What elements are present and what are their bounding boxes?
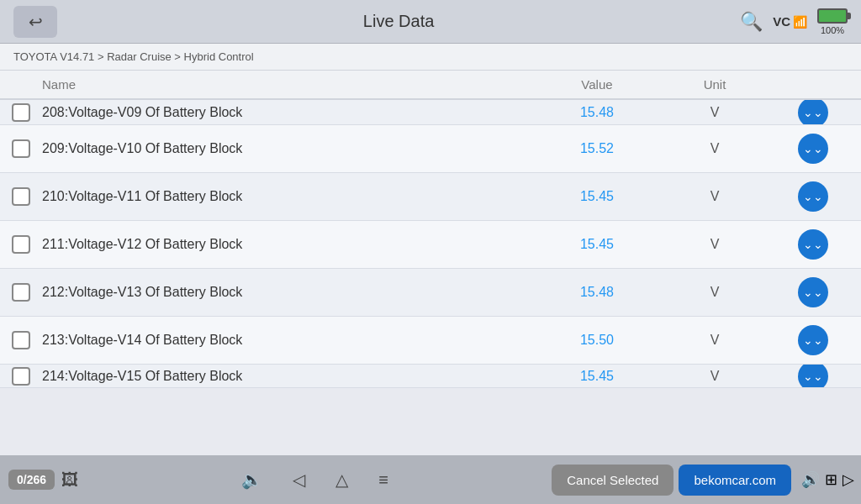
chevron-down-button[interactable]: ⌄⌄: [798, 134, 828, 164]
row-unit: V: [664, 333, 765, 348]
table-row: 211:Voltage-V12 Of Battery Block 15.45 V…: [0, 221, 861, 269]
row-value: 15.48: [530, 105, 664, 120]
table-row: 213:Voltage-V14 Of Battery Block 15.50 V…: [0, 317, 861, 365]
checkbox-area: [0, 283, 42, 302]
row-checkbox[interactable]: [12, 187, 30, 206]
data-list: 208:Voltage-V09 Of Battery Block 15.48 V…: [0, 100, 861, 441]
row-unit: V: [664, 189, 765, 204]
breadcrumb: TOYOTA V14.71 > Radar Cruise > Hybrid Co…: [0, 44, 861, 71]
row-action: ⌄⌄: [765, 229, 861, 260]
row-checkbox[interactable]: [12, 283, 30, 302]
row-action: ⌄⌄: [765, 134, 861, 164]
wifi-icon: 📶: [793, 15, 807, 29]
row-checkbox[interactable]: [12, 235, 30, 254]
row-value: 15.52: [530, 141, 664, 156]
chevron-down-button[interactable]: ⌄⌄: [798, 100, 828, 125]
row-name: 210:Voltage-V11 Of Battery Block: [42, 189, 530, 204]
table-row: 210:Voltage-V11 Of Battery Block 15.45 V…: [0, 173, 861, 221]
row-value: 15.50: [530, 333, 664, 348]
row-name: 209:Voltage-V10 Of Battery Block: [42, 141, 530, 156]
row-unit: V: [664, 141, 765, 156]
home-icon[interactable]: △: [335, 470, 348, 490]
cancel-selected-button[interactable]: Cancel Selected: [552, 465, 673, 496]
header: ↩ Live Data 🔍 VC 📶 100%: [0, 0, 861, 44]
bottom-nav-icons: 🔈 ◁ △ ≡: [78, 470, 552, 490]
vci-label: VC: [773, 14, 790, 29]
checkbox-area: [0, 139, 42, 158]
row-unit: V: [664, 105, 765, 120]
bottom-bar: 0/266 🖼 🔈 ◁ △ ≡ Cancel Selected bekomcar…: [0, 455, 861, 504]
row-checkbox[interactable]: [12, 139, 30, 158]
table-row: 209:Voltage-V10 Of Battery Block 15.52 V…: [0, 125, 861, 173]
battery-block: 100%: [817, 8, 848, 35]
chevron-down-button[interactable]: ⌄⌄: [798, 365, 828, 388]
row-unit: V: [664, 285, 765, 300]
count-badge: 0/266: [8, 470, 55, 490]
checkbox-area: [0, 187, 42, 206]
table-row: 212:Voltage-V13 Of Battery Block 15.48 V…: [0, 269, 861, 317]
back-button[interactable]: ↩: [13, 6, 57, 38]
checkbox-area: [0, 103, 42, 122]
col-unit-header: Unit: [664, 77, 765, 92]
row-value: 15.45: [530, 237, 664, 252]
cast-icon[interactable]: ▷: [843, 470, 854, 489]
bekomcar-button[interactable]: bekomcar.com: [679, 465, 791, 496]
row-name: 214:Voltage-V15 Of Battery Block: [42, 369, 530, 384]
table-row: 208:Voltage-V09 Of Battery Block 15.48 V…: [0, 100, 861, 125]
row-name: 213:Voltage-V14 Of Battery Block: [42, 333, 530, 348]
row-action: ⌄⌄: [765, 181, 861, 212]
volume-down-icon[interactable]: 🔈: [241, 470, 262, 490]
row-name: 208:Voltage-V09 Of Battery Block: [42, 105, 530, 120]
row-value: 15.48: [530, 285, 664, 300]
col-value-header: Value: [530, 77, 664, 92]
search-icon[interactable]: 🔍: [740, 11, 763, 33]
row-action: ⌄⌄: [765, 100, 861, 125]
screen-icon[interactable]: ⊞: [825, 470, 837, 489]
header-icons: 🔍 VC 📶 100%: [740, 8, 848, 35]
row-checkbox[interactable]: [12, 367, 30, 386]
battery-icon: [817, 8, 848, 24]
row-name: 211:Voltage-V12 Of Battery Block: [42, 237, 530, 252]
row-action: ⌄⌄: [765, 365, 861, 388]
row-name: 212:Voltage-V13 Of Battery Block: [42, 285, 530, 300]
menu-icon[interactable]: ≡: [378, 470, 388, 490]
chevron-down-button[interactable]: ⌄⌄: [798, 325, 828, 355]
battery-percent: 100%: [821, 25, 844, 35]
row-checkbox[interactable]: [12, 331, 30, 349]
checkbox-area: [0, 235, 42, 254]
checkbox-area: [0, 367, 42, 386]
back-icon: ↩: [29, 12, 43, 32]
chevron-down-button[interactable]: ⌄⌄: [798, 181, 828, 212]
row-action: ⌄⌄: [765, 325, 861, 355]
row-checkbox[interactable]: [12, 103, 30, 122]
gallery-icon[interactable]: 🖼: [61, 470, 78, 490]
checkbox-area: [0, 331, 42, 349]
row-unit: V: [664, 237, 765, 252]
row-action: ⌄⌄: [765, 277, 861, 307]
back-nav-icon[interactable]: ◁: [293, 470, 305, 490]
row-value: 15.45: [530, 189, 664, 204]
volume-up-icon[interactable]: 🔊: [801, 470, 820, 489]
vci-badge: VC 📶: [773, 14, 807, 29]
table-header: Name Value Unit: [0, 71, 861, 100]
row-value: 15.45: [530, 369, 664, 384]
table-row: 214:Voltage-V15 Of Battery Block 15.45 V…: [0, 365, 861, 388]
page-title: Live Data: [363, 12, 435, 31]
col-name-header: Name: [0, 77, 530, 92]
chevron-down-button[interactable]: ⌄⌄: [798, 229, 828, 260]
row-unit: V: [664, 369, 765, 384]
chevron-down-button[interactable]: ⌄⌄: [798, 277, 828, 307]
